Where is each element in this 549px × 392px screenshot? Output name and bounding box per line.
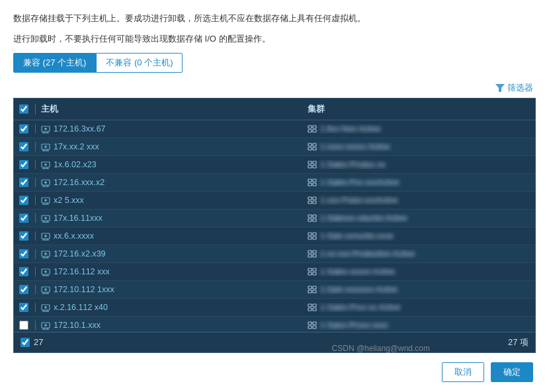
svg-rect-61 (313, 233, 316, 235)
svg-point-5 (45, 128, 46, 129)
svg-point-104 (45, 324, 46, 325)
svg-point-41 (45, 199, 46, 200)
table-header: 主机 集群 (14, 98, 535, 120)
host-text-8: 172.16.112 xxx (54, 267, 308, 276)
row-checkbox-cell (19, 249, 35, 258)
row-checkbox-10[interactable] (19, 303, 28, 312)
svg-rect-17 (308, 147, 312, 150)
svg-rect-90 (313, 290, 316, 293)
cluster-text-6: 1-Salx-xxnuctio-xxve (320, 231, 530, 241)
table-row: 1x.6.02.x23 1-Sales-Produc-xx (14, 156, 535, 174)
cluster-icon (308, 196, 317, 205)
svg-marker-0 (495, 84, 505, 92)
cluster-text-9: 1-Salx-xxxxxxx-Active (320, 285, 530, 294)
svg-rect-71 (308, 255, 312, 257)
row-checkbox-9[interactable] (19, 285, 28, 294)
row-divider (35, 196, 36, 205)
table-row: 17x.16.11xxx 1-Salesxx-xductio-Active (14, 210, 535, 227)
table-row: 172.10.1.xxx 1-Salxx-Proxx-xxxx (14, 317, 535, 332)
svg-rect-35 (308, 183, 312, 186)
row-divider (35, 124, 36, 134)
svg-rect-45 (313, 201, 316, 204)
header-checkbox[interactable] (19, 104, 28, 114)
svg-rect-51 (308, 215, 312, 217)
header-divider (35, 104, 36, 114)
col-host-header: 主机 (41, 103, 308, 115)
svg-rect-89 (308, 290, 312, 293)
svg-point-68 (45, 253, 46, 254)
host-icon (41, 267, 50, 276)
row-divider (35, 321, 36, 330)
row-checkbox-1[interactable] (19, 142, 28, 151)
row-cluster-8: 1-Sales-xxxon-Active (308, 267, 530, 276)
cluster-text-5: 1-Salesxx-xductio-Active (320, 214, 530, 223)
svg-rect-8 (308, 130, 312, 132)
row-cluster-9: 1-Salx-xxxxxxx-Active (308, 285, 530, 294)
row-checkbox-11[interactable] (19, 321, 28, 330)
table-body: 172.16.3xx.67 1.8xx-Non-Active (14, 120, 535, 332)
cluster-text-4: 1-xxx-Pxdui-xxxActive (320, 196, 530, 205)
svg-rect-96 (308, 304, 312, 307)
svg-rect-88 (313, 286, 316, 289)
cluster-text-7: 1-xx-xxx-Production-Active (320, 249, 530, 258)
svg-point-14 (45, 145, 46, 147)
row-checkbox-7[interactable] (19, 249, 28, 258)
cluster-icon (308, 178, 317, 187)
row-checkbox-0[interactable] (19, 124, 28, 134)
filter-button[interactable]: 筛选器 (495, 82, 533, 94)
cluster-text-11: 1-Salxx-Proxx-xxxx (320, 321, 530, 330)
cluster-text-2: 1-Sales-Produc-xx (320, 160, 530, 169)
row-divider (35, 303, 36, 312)
host-text-9: 172.10.112 1xxx (54, 285, 308, 294)
svg-rect-15 (308, 143, 312, 146)
svg-rect-80 (308, 272, 312, 275)
cluster-text-3: 1-Sales-Pxx-xxxActive (320, 178, 530, 187)
host-text-2: 1x.6.02.x23 (54, 160, 308, 169)
row-checkbox-4[interactable] (19, 196, 28, 205)
row-checkbox-cell (19, 196, 35, 205)
cluster-text-0: 1.8xx-Non-Active (320, 124, 530, 134)
confirm-button[interactable]: 确定 (491, 362, 533, 382)
row-cluster-4: 1-xxx-Pxdui-xxxActive (308, 196, 530, 205)
footer-left: 27 (21, 337, 43, 347)
tab-incompatible[interactable]: 不兼容 (0 个主机) (96, 53, 183, 73)
hosts-table: 主机 集群 172.16.3xx.67 (13, 98, 536, 353)
svg-rect-9 (313, 130, 316, 132)
row-checkbox-3[interactable] (19, 178, 28, 187)
col-cluster-header: 集群 (308, 103, 530, 115)
desc-line2: 进行卸载时，不要执行任何可能导致出现数据存储 I/O 的配置操作。 (13, 32, 536, 46)
table-row: 17x.xx.2 xxx 1-xxxx-xxxxx-Active (14, 138, 535, 156)
row-host-6: xx.6.x.xxxx (41, 231, 308, 241)
row-cluster-6: 1-Salx-xxnuctio-xxve (308, 231, 530, 241)
desc-line1: 数据存储挂载于下列主机上。要成功进行卸载，所选主机不应在数据存储上具有任何虚拟机… (13, 12, 536, 26)
row-cluster-11: 1-Salxx-Proxx-xxxx (308, 321, 530, 330)
row-checkbox-cell (19, 214, 35, 223)
footer-checkbox[interactable] (21, 338, 30, 347)
cancel-button[interactable]: 取消 (442, 362, 484, 382)
row-checkbox-5[interactable] (19, 214, 28, 223)
row-divider (35, 142, 36, 151)
row-checkbox-cell (19, 124, 35, 134)
host-icon (41, 124, 50, 134)
row-divider (35, 285, 36, 294)
cluster-icon (308, 267, 317, 276)
cluster-icon (308, 285, 317, 294)
row-cluster-7: 1-xx-xxx-Production-Active (308, 249, 530, 258)
row-divider (35, 160, 36, 169)
row-checkbox-2[interactable] (19, 160, 28, 169)
host-icon (41, 178, 50, 187)
tab-compatible[interactable]: 兼容 (27 个主机) (13, 53, 96, 73)
host-icon (41, 285, 50, 294)
svg-rect-107 (308, 326, 312, 329)
svg-rect-6 (308, 126, 312, 128)
svg-point-77 (45, 270, 46, 272)
row-checkbox-6[interactable] (19, 231, 28, 241)
svg-rect-27 (313, 165, 316, 168)
row-host-2: 1x.6.02.x23 (41, 160, 308, 169)
tab-row: 兼容 (27 个主机) 不兼容 (0 个主机) (13, 53, 536, 73)
table-row: x2 5.xxx 1-xxx-Pxdui-xxxActive (14, 192, 535, 210)
row-checkbox-8[interactable] (19, 267, 28, 276)
svg-rect-43 (313, 197, 316, 200)
cluster-icon (308, 142, 317, 151)
svg-point-23 (45, 163, 46, 165)
